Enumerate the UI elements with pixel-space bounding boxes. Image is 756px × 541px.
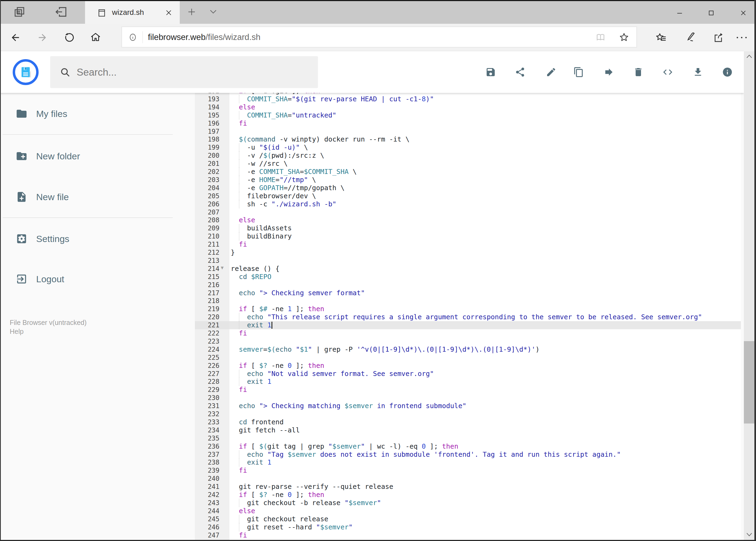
scroll-up-icon[interactable] <box>746 54 752 59</box>
code-line[interactable]: 207 <box>195 208 741 216</box>
code-editor[interactable]: 192 if [ -d .git ]; then193 COMMIT_SHA="… <box>195 93 741 541</box>
window-maximize-button[interactable] <box>703 8 719 18</box>
code-line[interactable]: 204 -e GOPATH=//tmp/gopath \ <box>195 184 741 192</box>
search-input[interactable] <box>76 56 309 89</box>
filebrowser-logo-icon[interactable] <box>13 59 39 85</box>
scroll-down-icon[interactable] <box>746 532 752 537</box>
search-box[interactable] <box>50 56 318 88</box>
code-line[interactable]: 219 if [ $# -ne 1 ]; then <box>195 305 741 313</box>
code-line[interactable]: 225 <box>195 353 741 362</box>
code-line[interactable]: 213 <box>195 257 741 265</box>
code-line[interactable]: 233 cd frontend <box>195 418 741 426</box>
code-line[interactable]: 231 echo "> Checking matching $semver in… <box>195 402 741 410</box>
code-line[interactable]: 199 -u "$(id -u)" \ <box>195 144 741 152</box>
code-line[interactable]: 238 exit 1 <box>195 458 741 466</box>
code-line[interactable]: 227 echo "Not valid semver format. See s… <box>195 370 741 378</box>
code-line[interactable]: 205 filebrowser/dev \ <box>195 192 741 200</box>
code-line[interactable]: 214▾release () { <box>195 265 741 273</box>
download-icon[interactable] <box>692 67 703 78</box>
web-note-pen-icon[interactable] <box>684 32 696 44</box>
code-line[interactable]: 198 $(command -v winpty) docker run --rm… <box>195 135 741 144</box>
code-line[interactable]: 212} <box>195 249 741 257</box>
code-line[interactable]: 237 echo "Tag $semver does not exist in … <box>195 450 741 459</box>
delete-icon[interactable] <box>633 67 644 78</box>
move-icon[interactable] <box>604 67 614 78</box>
save-icon[interactable] <box>485 67 496 78</box>
restore-tabs-icon[interactable] <box>55 5 68 18</box>
code-line[interactable]: 210 buildBinary <box>195 232 741 241</box>
code-line[interactable]: 195 COMMIT_SHA="untracked" <box>195 111 741 119</box>
share-page-icon[interactable] <box>713 32 725 44</box>
code-line[interactable]: 215 cd $REPO <box>195 273 741 281</box>
window-minimize-button[interactable] <box>671 8 688 18</box>
code-line[interactable]: 243 git checkout -b release "$semver" <box>195 499 741 507</box>
code-line[interactable]: 209 buildAssets <box>195 224 741 232</box>
code-line[interactable]: 236 if [ $(git tag | grep "$semver" | wc… <box>195 442 741 450</box>
forward-icon[interactable] <box>37 32 48 43</box>
sidebar-item-new-folder[interactable]: New folder <box>0 148 189 165</box>
code-line[interactable]: 246 git reset --hard "$semver" <box>195 523 741 531</box>
info-icon[interactable] <box>722 67 733 78</box>
code-line[interactable]: 217 echo "> Checking semver format" <box>195 289 741 297</box>
code-line[interactable]: 216 <box>195 281 741 289</box>
window-close-button[interactable] <box>735 8 751 18</box>
code-line[interactable]: 226 if [ $? -ne 0 ]; then <box>195 362 741 370</box>
code-line[interactable]: 194 else <box>195 103 741 111</box>
favorite-star-icon[interactable] <box>619 32 630 43</box>
code-line[interactable]: 222 fi <box>195 329 741 337</box>
url-text[interactable]: filebrowser.web/files/wizard.sh <box>148 32 260 42</box>
tab-preview-chevron-icon[interactable] <box>208 9 218 15</box>
code-line[interactable]: 234 git fetch --all <box>195 426 741 434</box>
share-icon[interactable] <box>515 67 526 78</box>
tabs-aside-icon[interactable] <box>13 5 26 18</box>
home-icon[interactable] <box>90 32 101 42</box>
site-info-icon[interactable] <box>128 33 137 42</box>
help-link[interactable]: Help <box>10 327 24 335</box>
code-line[interactable]: 244 else <box>195 507 741 515</box>
code-line[interactable]: 228 exit 1 <box>195 377 741 386</box>
page-scrollbar[interactable] <box>744 51 754 541</box>
sidebar-item-new-file[interactable]: New file <box>0 188 189 206</box>
code-icon[interactable] <box>662 67 673 78</box>
code-line[interactable]: 241 git rev-parse --verify --quiet relea… <box>195 483 741 491</box>
code-line[interactable]: 239 fi <box>195 466 741 475</box>
code-line[interactable]: 193 COMMIT_SHA="$(git rev-parse HEAD | c… <box>195 95 741 103</box>
copy-icon[interactable] <box>573 67 584 78</box>
code-line[interactable]: 235 <box>195 434 741 442</box>
scrollbar-thumb[interactable] <box>744 341 754 423</box>
code-line[interactable]: 206 sh -c "./wizard.sh -b" <box>195 200 741 208</box>
code-line[interactable]: 229 fi <box>195 386 741 394</box>
code-line[interactable]: 220 echo "This release script requires a… <box>195 313 741 321</box>
code-line[interactable]: 201 -w //src \ <box>195 160 741 168</box>
url-bar[interactable]: filebrowser.web/files/wizard.sh <box>122 26 637 48</box>
browser-tab[interactable]: wizard.sh <box>85 1 180 24</box>
code-line[interactable]: 223 <box>195 337 741 345</box>
more-menu-icon[interactable] <box>736 36 748 39</box>
code-line[interactable]: 240 <box>195 475 741 483</box>
code-line[interactable]: 202 -e COMMIT_SHA=$COMMIT_SHA \ <box>195 168 741 176</box>
code-line[interactable]: 218 <box>195 297 741 305</box>
hub-favorites-icon[interactable] <box>655 32 667 44</box>
tab-close-icon[interactable] <box>165 9 172 16</box>
code-line[interactable]: 232 <box>195 410 741 418</box>
code-line[interactable]: 208 else <box>195 216 741 224</box>
code-line[interactable]: 211 fi <box>195 241 741 249</box>
sidebar-item-settings[interactable]: Settings <box>0 230 189 248</box>
code-line[interactable]: 224 semver=$(echo "$1" | grep -P '^v(0|[… <box>195 345 741 353</box>
edit-icon[interactable] <box>546 67 557 78</box>
code-line[interactable]: 203 -e HOME="//tmp" \ <box>195 176 741 184</box>
sidebar-item-my-files[interactable]: My files <box>0 105 189 123</box>
sidebar-item-logout[interactable]: Logout <box>0 270 189 288</box>
code-line[interactable]: 221 exit 1 <box>195 321 741 329</box>
code-line[interactable]: 192 if [ -d .git ]; then <box>195 93 741 95</box>
code-line[interactable]: 196 fi <box>195 119 741 128</box>
back-icon[interactable] <box>10 32 21 43</box>
code-line[interactable]: 242 if [ $? -ne 0 ]; then <box>195 491 741 499</box>
refresh-icon[interactable] <box>64 32 75 42</box>
reading-view-icon[interactable] <box>596 32 606 42</box>
code-line[interactable]: 197 <box>195 128 741 136</box>
code-line[interactable]: 245 git checkout release <box>195 515 741 523</box>
code-line[interactable]: 247 fi <box>195 531 741 539</box>
fold-caret-icon[interactable]: ▾ <box>221 265 224 271</box>
code-line[interactable]: 200 -v /$(pwd):/src:z \ <box>195 152 741 160</box>
